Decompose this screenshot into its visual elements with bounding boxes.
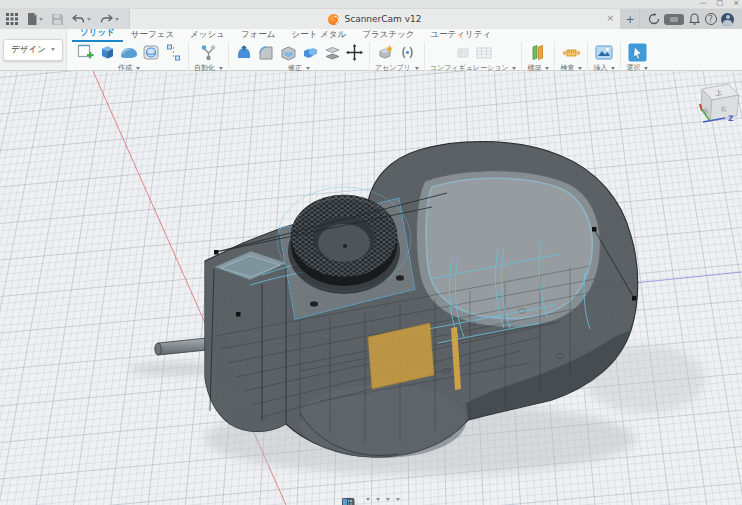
configuration-insert-icon[interactable] <box>474 43 494 62</box>
account-toolbar: ? <box>640 9 742 29</box>
document-close-icon[interactable]: × <box>606 12 614 24</box>
shell-icon[interactable] <box>278 43 298 62</box>
sync-status-icon[interactable] <box>648 10 660 29</box>
combine-icon[interactable] <box>300 43 320 62</box>
save-icon[interactable] <box>52 14 63 25</box>
tab-sheet-metal[interactable]: シート メタル <box>284 29 355 42</box>
redo-icon[interactable] <box>100 14 119 25</box>
ribbon-tabs: ソリッド サーフェス メッシュ フォーム シート メタル プラスチック ユーティ… <box>67 29 742 42</box>
new-component-icon[interactable] <box>376 43 396 62</box>
application-bar: ScannerCam v12 × + ? <box>0 9 742 29</box>
scene: 上 前 右 Z <box>0 71 742 505</box>
notifications-bell-icon[interactable] <box>689 10 700 29</box>
chevron-down-icon <box>51 48 55 51</box>
configuration-table-icon[interactable] <box>452 43 472 62</box>
window-minimize-button[interactable]: — <box>700 0 707 8</box>
navigation-bar <box>342 498 400 501</box>
fusion-window: — □ × <box>0 0 742 505</box>
tab-solid[interactable]: ソリッド <box>72 27 123 42</box>
workspace-switcher-button[interactable]: デザイン <box>3 39 63 61</box>
user-avatar[interactable] <box>721 13 734 26</box>
construction-plane-icon[interactable] <box>528 43 548 62</box>
automate-icon[interactable] <box>199 43 219 62</box>
press-pull-icon[interactable] <box>234 43 254 62</box>
grid-snap-icon[interactable] <box>384 498 390 501</box>
fusion-logo <box>328 14 339 25</box>
tab-plastic[interactable]: プラスチック <box>354 29 422 42</box>
split-body-icon[interactable] <box>322 43 342 62</box>
fillet-icon[interactable] <box>256 43 276 62</box>
ribbon-main: ソリッド サーフェス メッシュ フォーム シート メタル プラスチック ユーティ… <box>67 29 742 70</box>
document-title: ScannerCam v12 <box>344 14 421 24</box>
tab-mesh[interactable]: メッシュ <box>182 29 233 42</box>
zoom-icon[interactable] <box>364 498 370 501</box>
undo-icon[interactable] <box>72 14 91 25</box>
file-icon[interactable] <box>27 13 43 25</box>
tab-surface[interactable]: サーフェス <box>123 29 182 42</box>
insert-canvas-icon[interactable] <box>594 43 614 62</box>
select-icon[interactable] <box>626 43 648 62</box>
app-grid-icon[interactable] <box>6 13 18 25</box>
tab-form[interactable]: フォーム <box>233 29 284 42</box>
extrude-icon[interactable] <box>97 43 117 62</box>
viewport-canvas[interactable]: 上 前 右 Z <box>0 71 742 505</box>
ribbon-toolbar: デザイン ソリッド サーフェス メッシュ フォーム シート メタル プラスチック… <box>0 29 742 71</box>
window-maximize-button[interactable]: □ <box>717 0 724 8</box>
help-icon[interactable]: ? <box>705 13 717 25</box>
quick-access-toolbar <box>0 9 129 29</box>
model-body[interactable] <box>205 142 638 458</box>
window-title-bar: — □ × <box>0 0 742 9</box>
viewcube[interactable]: 上 前 右 Z <box>700 84 739 123</box>
workspace-switcher-panel: デザイン <box>0 29 67 70</box>
viewcube-z-label: Z <box>728 114 734 123</box>
display-settings-icon[interactable] <box>374 498 380 501</box>
create-sketch-icon[interactable] <box>75 43 95 62</box>
viewcube-face-right[interactable]: 右 <box>720 105 727 113</box>
viewcube-face-top[interactable]: 上 <box>715 89 723 98</box>
document-tab[interactable]: ScannerCam v12 × <box>129 9 621 29</box>
tab-utilities[interactable]: ユーティリティ <box>422 29 499 42</box>
form-icon[interactable] <box>119 43 139 62</box>
revolve-icon[interactable] <box>141 43 161 62</box>
window-close-button[interactable]: × <box>733 0 739 8</box>
new-document-tab-button[interactable]: + <box>621 9 640 29</box>
move-copy-icon[interactable] <box>344 43 364 62</box>
viewports-icon[interactable] <box>394 498 400 501</box>
model-knurled-ring[interactable] <box>288 195 400 294</box>
workspace-switcher-label: デザイン <box>11 44 46 56</box>
joint-icon[interactable] <box>398 43 418 62</box>
job-status-badge[interactable] <box>664 14 684 25</box>
pattern-icon[interactable] <box>163 43 183 62</box>
measure-icon[interactable] <box>561 43 581 62</box>
